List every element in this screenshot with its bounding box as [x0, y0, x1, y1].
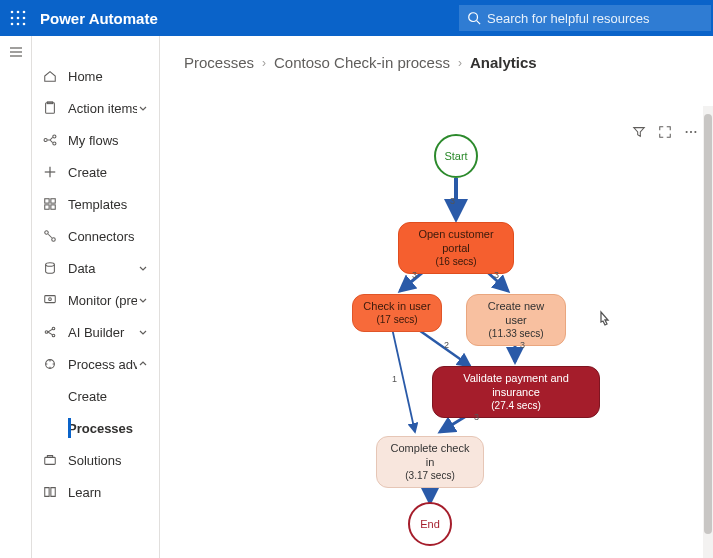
sidebar-item-action-items[interactable]: Action items	[32, 92, 159, 124]
diagram-end-node[interactable]: End	[408, 502, 452, 546]
svg-point-2	[23, 11, 26, 14]
sidebar-item-home[interactable]: Home	[32, 60, 159, 92]
sidebar-sub-create[interactable]: Create	[68, 380, 159, 412]
chevron-down-icon	[137, 262, 149, 274]
node-title: Check in user	[363, 300, 431, 314]
svg-point-9	[469, 13, 478, 22]
svg-point-26	[52, 238, 56, 242]
svg-point-5	[23, 17, 26, 20]
svg-point-16	[44, 138, 47, 141]
sidebar-item-label: Processes	[68, 421, 149, 436]
chevron-down-icon	[137, 326, 149, 338]
node-duration: (11.33 secs)	[477, 328, 555, 341]
svg-line-10	[477, 21, 481, 25]
node-label: Start	[444, 150, 467, 162]
diagram-node-open-portal[interactable]: Open customer portal (16 secs)	[398, 222, 514, 274]
svg-point-0	[11, 11, 14, 14]
sidebar-item-label: Data	[68, 261, 137, 276]
diagram-start-node[interactable]: Start	[434, 134, 478, 178]
sidebar-item-templates[interactable]: Templates	[32, 188, 159, 220]
svg-point-30	[45, 331, 48, 334]
svg-point-3	[11, 17, 14, 20]
scrollbar-thumb[interactable]	[704, 114, 712, 534]
svg-rect-34	[45, 457, 56, 464]
ai-icon	[42, 324, 58, 340]
sidebar-item-learn[interactable]: Learn	[32, 476, 159, 508]
sidebar-item-label: Learn	[68, 485, 149, 500]
connector-icon	[42, 228, 58, 244]
process-icon	[42, 356, 58, 372]
sidebar-item-label: Action items	[68, 101, 137, 116]
sidebar-nav: Home Action items My flows Create Templa…	[32, 36, 160, 558]
sidebar-item-solutions[interactable]: Solutions	[32, 444, 159, 476]
diagram-node-create-user[interactable]: Create new user (11.33 secs)	[466, 294, 566, 346]
node-duration: (16 secs)	[409, 256, 503, 269]
learn-icon	[42, 484, 58, 500]
search-input[interactable]	[487, 11, 703, 26]
node-title: Validate payment and insurance	[443, 372, 589, 400]
svg-point-17	[53, 135, 56, 138]
diagram-node-checkin-user[interactable]: Check in user (17 secs)	[352, 294, 442, 332]
diagram-node-complete-checkin[interactable]: Complete check in (3.17 secs)	[376, 436, 484, 488]
sidebar-item-data[interactable]: Data	[32, 252, 159, 284]
svg-rect-14	[46, 103, 55, 114]
flow-icon	[42, 132, 58, 148]
search-icon	[467, 11, 481, 25]
svg-point-18	[53, 142, 56, 145]
sidebar-item-label: Templates	[68, 197, 149, 212]
diagram-node-validate-payment[interactable]: Validate payment and insurance (27.4 sec…	[432, 366, 600, 418]
edge-count: 3	[412, 270, 417, 280]
svg-line-41	[416, 328, 470, 366]
svg-point-7	[17, 23, 20, 26]
clipboard-icon	[42, 100, 58, 116]
breadcrumb-processes[interactable]: Processes	[184, 54, 254, 71]
svg-rect-23	[45, 205, 49, 209]
solutions-icon	[42, 452, 58, 468]
node-duration: (17 secs)	[363, 314, 431, 327]
app-launcher-icon[interactable]	[0, 0, 36, 36]
sidebar-item-my-flows[interactable]: My flows	[32, 124, 159, 156]
process-map-canvas[interactable]: Start Open customer portal (16 secs) Che…	[160, 106, 703, 558]
sidebar-item-label: Connectors	[68, 229, 149, 244]
svg-rect-28	[45, 296, 56, 303]
sidebar-sub-processes[interactable]: Processes	[68, 412, 159, 444]
svg-point-1	[17, 11, 20, 14]
sidebar-item-label: My flows	[68, 133, 149, 148]
sidebar-item-connectors[interactable]: Connectors	[32, 220, 159, 252]
app-brand: Power Automate	[40, 10, 158, 27]
data-icon	[42, 260, 58, 276]
node-title: Complete check in	[387, 442, 473, 470]
svg-point-29	[49, 298, 52, 301]
chevron-down-icon	[137, 294, 149, 306]
svg-point-4	[17, 17, 20, 20]
node-title: Create new user	[477, 300, 555, 328]
main-content: Processes › Contoso Check-in process › A…	[160, 36, 713, 558]
sidebar-item-process-advisor[interactable]: Process advisor (preview)	[32, 348, 159, 380]
sidebar-item-ai-builder[interactable]: AI Builder	[32, 316, 159, 348]
edges-layer	[160, 106, 703, 558]
edge-count: 3	[474, 412, 479, 422]
svg-point-6	[11, 23, 14, 26]
sidebar-item-label: Monitor (preview)	[68, 293, 137, 308]
sidebar-item-label: Solutions	[68, 453, 149, 468]
breadcrumb-current: Analytics	[470, 54, 537, 71]
monitor-icon	[42, 292, 58, 308]
svg-point-32	[52, 334, 55, 337]
edge-count: 3	[520, 340, 525, 350]
chevron-down-icon	[137, 102, 149, 114]
sidebar-item-monitor[interactable]: Monitor (preview)	[32, 284, 159, 316]
chevron-right-icon: ›	[262, 56, 266, 70]
edge-count: 1	[392, 374, 397, 384]
sidebar-item-label: Home	[68, 69, 149, 84]
home-icon	[42, 68, 58, 84]
sidebar-item-create[interactable]: Create	[32, 156, 159, 188]
left-rail	[0, 36, 32, 558]
svg-point-8	[23, 23, 26, 26]
edge-count: 2	[444, 340, 449, 350]
svg-point-27	[46, 263, 55, 267]
sidebar-item-label: Create	[68, 165, 149, 180]
search-box[interactable]	[459, 5, 711, 31]
hamburger-icon[interactable]	[8, 44, 24, 63]
vertical-scrollbar[interactable]	[703, 106, 713, 558]
breadcrumb-process-name[interactable]: Contoso Check-in process	[274, 54, 450, 71]
